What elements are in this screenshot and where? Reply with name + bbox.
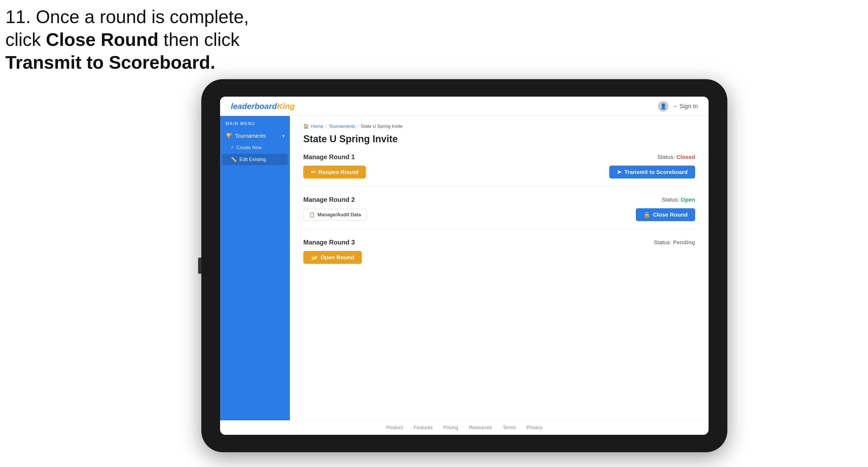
logo-area: leaderboardKing	[231, 102, 295, 111]
page-title: State U Spring Invite	[303, 133, 695, 145]
instruction-line1: 11. Once a round is complete,	[5, 6, 249, 27]
edit-icon: ✏️	[231, 156, 237, 162]
round-2-title: Manage Round 2	[303, 196, 355, 204]
create-new-label: Create New	[237, 145, 262, 151]
avatar: 👤	[658, 101, 669, 112]
app-body: MAIN MENU 🏆 Tournaments ▾ + Create New ✏…	[220, 116, 709, 420]
round-1-actions: ↩ Reopen Round ➤ Transmit to Scoreboard	[303, 165, 695, 179]
footer-pricing[interactable]: Pricing	[443, 425, 458, 431]
round-1-status-label: Status:	[657, 154, 675, 160]
round-1-header: Manage Round 1 Status: Closed	[303, 153, 695, 161]
footer-privacy[interactable]: Privacy	[527, 425, 542, 431]
lock-icon: 🔒	[643, 212, 650, 218]
tablet-screen: leaderboardKing 👤 → Sign In MAIN MENU 🏆 …	[220, 97, 709, 435]
footer-features[interactable]: Features	[413, 425, 433, 431]
close-round-label: Close Round	[653, 212, 688, 218]
round-1-status: Status: Closed	[657, 154, 695, 160]
tablet-side-button	[198, 258, 201, 274]
app-footer: Product Features Pricing Resources Terms…	[220, 420, 709, 435]
open-round-button[interactable]: 📂 Open Round	[303, 251, 362, 264]
breadcrumb-current: State U Spring Invite	[361, 124, 403, 129]
breadcrumb: 🏠 Home / Tournaments / State U Spring In…	[303, 123, 695, 129]
transmit-scoreboard-button[interactable]: ➤ Transmit to Scoreboard	[609, 165, 695, 179]
sign-in-area[interactable]: 👤 → Sign In	[658, 101, 698, 112]
round-3-status-label: Status:	[654, 239, 671, 245]
round-1-status-value: Closed	[676, 154, 695, 160]
footer-product[interactable]: Product	[386, 425, 403, 431]
breadcrumb-tournaments[interactable]: Tournaments	[329, 124, 355, 129]
sidebar-tournaments-label: Tournaments	[235, 133, 266, 139]
audit-icon: 📋	[309, 212, 315, 218]
logo: leaderboardKing	[231, 102, 295, 111]
round-1-section: Manage Round 1 Status: Closed ↩ Reopen R…	[303, 153, 695, 186]
sidebar: MAIN MENU 🏆 Tournaments ▾ + Create New ✏…	[220, 116, 290, 420]
app-header: leaderboardKing 👤 → Sign In	[220, 97, 709, 116]
manage-audit-button[interactable]: 📋 Manage/Audit Data	[303, 209, 367, 221]
round-2-status-label: Status:	[661, 196, 679, 203]
transmit-label: Transmit to Scoreboard	[624, 169, 688, 175]
breadcrumb-home[interactable]: Home	[311, 124, 323, 129]
round-2-actions: 📋 Manage/Audit Data 🔒 Close Round	[303, 208, 695, 221]
open-round-label: Open Round	[320, 254, 354, 260]
audit-label: Manage/Audit Data	[317, 212, 361, 218]
main-content: 🏠 Home / Tournaments / State U Spring In…	[290, 116, 709, 420]
reopen-icon: ↩	[311, 169, 316, 175]
round-3-section: Manage Round 3 Status: Pending 📂 Open Ro…	[303, 239, 695, 271]
reopen-label: Reopen Round	[318, 169, 358, 175]
plus-icon: +	[231, 145, 234, 151]
instruction-bold2: Transmit to Scoreboard.	[5, 52, 215, 72]
round-3-actions: 📂 Open Round	[303, 251, 695, 264]
sidebar-subitem-edit-existing[interactable]: ✏️ Edit Existing	[222, 154, 288, 165]
avatar-icon: 👤	[660, 103, 667, 110]
open-icon: 📂	[311, 254, 318, 260]
sidebar-submenu: + Create New ✏️ Edit Existing	[220, 142, 290, 165]
tablet-frame: leaderboardKing 👤 → Sign In MAIN MENU 🏆 …	[201, 79, 727, 452]
instruction-bold1: Close Round	[46, 29, 158, 50]
trophy-icon: 🏆	[225, 132, 232, 139]
instruction-line2: click	[5, 29, 46, 50]
round-2-section: Manage Round 2 Status: Open 📋 Manage/Aud…	[303, 196, 695, 229]
chevron-down-icon: ▾	[282, 133, 284, 138]
round-3-header: Manage Round 3 Status: Pending	[303, 239, 695, 246]
round-2-status: Status: Open	[661, 196, 695, 203]
logo-king: King	[277, 102, 295, 111]
sidebar-item-tournaments[interactable]: 🏆 Tournaments ▾	[220, 129, 290, 142]
breadcrumb-sep1: /	[325, 124, 327, 129]
round-2-status-value: Open	[681, 196, 695, 203]
round-3-status: Status: Pending	[654, 239, 695, 246]
breadcrumb-sep2: /	[357, 124, 359, 129]
home-icon: 🏠	[303, 123, 309, 129]
transmit-icon: ➤	[617, 169, 622, 175]
main-menu-label: MAIN MENU	[220, 121, 290, 129]
sidebar-subitem-create-new[interactable]: + Create New	[220, 142, 290, 153]
footer-terms[interactable]: Terms	[503, 425, 516, 431]
round-2-header: Manage Round 2 Status: Open	[303, 196, 695, 204]
footer-resources[interactable]: Resources	[469, 425, 492, 431]
sign-in-label[interactable]: → Sign In	[672, 103, 698, 110]
round-1-title: Manage Round 1	[303, 153, 355, 161]
instruction-line3: then click	[158, 29, 240, 50]
round-3-title: Manage Round 3	[303, 239, 355, 246]
close-round-button[interactable]: 🔒 Close Round	[636, 208, 695, 221]
instruction-block: 11. Once a round is complete, click Clos…	[5, 5, 249, 74]
edit-existing-label: Edit Existing	[240, 157, 266, 162]
round-3-status-value: Pending	[673, 239, 695, 245]
reopen-round-button[interactable]: ↩ Reopen Round	[303, 165, 366, 179]
